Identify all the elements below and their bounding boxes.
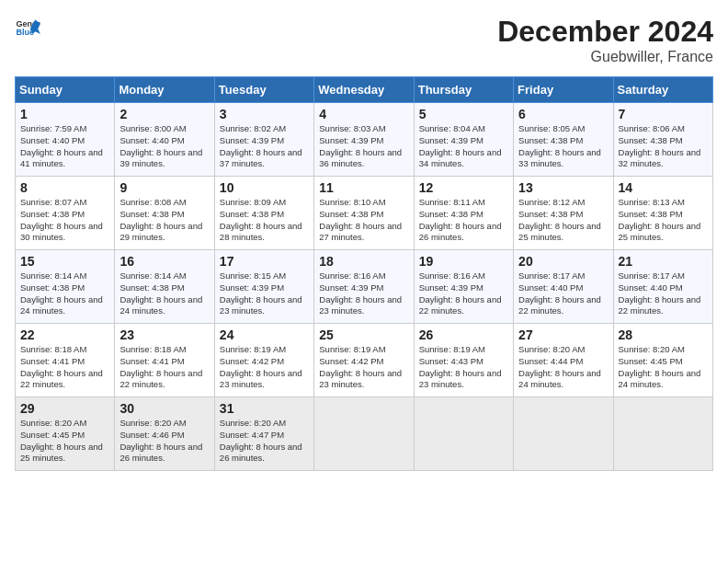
day-number: 2 xyxy=(119,107,209,121)
calendar-table: SundayMondayTuesdayWednesdayThursdayFrid… xyxy=(15,76,713,471)
calendar-day-cell: 26 Sunrise: 8:19 AMSunset: 4:43 PMDaylig… xyxy=(414,324,513,397)
calendar-header-cell: Saturday xyxy=(613,77,712,103)
cell-info: Sunrise: 8:20 AMSunset: 4:45 PMDaylight:… xyxy=(20,418,109,465)
calendar-header-cell: Friday xyxy=(514,77,613,103)
cell-info: Sunrise: 8:07 AMSunset: 4:38 PMDaylight:… xyxy=(20,197,109,244)
calendar-day-cell xyxy=(414,397,513,471)
cell-info: Sunrise: 8:20 AMSunset: 4:45 PMDaylight:… xyxy=(619,344,708,391)
location-subtitle: Guebwiller, France xyxy=(497,49,713,65)
cell-info: Sunrise: 8:18 AMSunset: 4:41 PMDaylight:… xyxy=(20,344,109,391)
day-number: 1 xyxy=(20,107,109,121)
cell-info: Sunrise: 8:17 AMSunset: 4:40 PMDaylight:… xyxy=(619,270,708,317)
cell-info: Sunrise: 8:20 AMSunset: 4:47 PMDaylight:… xyxy=(220,418,309,465)
cell-info: Sunrise: 8:04 AMSunset: 4:39 PMDaylight:… xyxy=(419,123,508,170)
day-number: 22 xyxy=(20,327,109,342)
calendar-header-cell: Wednesday xyxy=(314,77,414,103)
calendar-day-cell: 19 Sunrise: 8:16 AMSunset: 4:39 PMDaylig… xyxy=(414,250,513,324)
calendar-day-cell: 28 Sunrise: 8:20 AMSunset: 4:45 PMDaylig… xyxy=(613,324,712,397)
day-number: 6 xyxy=(518,107,608,121)
calendar-day-cell: 30 Sunrise: 8:20 AMSunset: 4:46 PMDaylig… xyxy=(115,397,214,471)
cell-info: Sunrise: 8:09 AMSunset: 4:38 PMDaylight:… xyxy=(220,197,309,244)
day-number: 26 xyxy=(419,327,508,342)
day-number: 14 xyxy=(619,180,708,195)
calendar-day-cell: 22 Sunrise: 8:18 AMSunset: 4:41 PMDaylig… xyxy=(16,324,115,397)
cell-info: Sunrise: 8:19 AMSunset: 4:42 PMDaylight:… xyxy=(319,344,408,391)
cell-info: Sunrise: 8:08 AMSunset: 4:38 PMDaylight:… xyxy=(119,197,209,244)
calendar-day-cell: 8 Sunrise: 8:07 AMSunset: 4:38 PMDayligh… xyxy=(16,177,115,250)
cell-info: Sunrise: 8:15 AMSunset: 4:39 PMDaylight:… xyxy=(220,270,309,317)
calendar-day-cell xyxy=(613,397,712,471)
day-number: 12 xyxy=(419,180,508,195)
cell-info: Sunrise: 8:06 AMSunset: 4:38 PMDaylight:… xyxy=(619,123,708,170)
calendar-day-cell: 16 Sunrise: 8:14 AMSunset: 4:38 PMDaylig… xyxy=(115,250,214,324)
calendar-day-cell xyxy=(514,397,613,471)
calendar-header-row: SundayMondayTuesdayWednesdayThursdayFrid… xyxy=(16,77,713,103)
cell-info: Sunrise: 8:12 AMSunset: 4:38 PMDaylight:… xyxy=(518,197,608,244)
day-number: 7 xyxy=(619,107,708,121)
day-number: 31 xyxy=(220,401,309,416)
cell-info: Sunrise: 8:19 AMSunset: 4:43 PMDaylight:… xyxy=(419,344,508,391)
calendar-header-cell: Sunday xyxy=(16,77,115,103)
cell-info: Sunrise: 8:18 AMSunset: 4:41 PMDaylight:… xyxy=(119,344,209,391)
calendar-day-cell: 21 Sunrise: 8:17 AMSunset: 4:40 PMDaylig… xyxy=(613,250,712,324)
day-number: 5 xyxy=(419,107,508,121)
day-number: 23 xyxy=(119,327,209,342)
cell-info: Sunrise: 8:20 AMSunset: 4:46 PMDaylight:… xyxy=(119,418,209,465)
day-number: 17 xyxy=(220,254,309,269)
day-number: 13 xyxy=(518,180,608,195)
day-number: 30 xyxy=(119,401,209,416)
day-number: 8 xyxy=(20,180,109,195)
calendar-week-row: 29 Sunrise: 8:20 AMSunset: 4:45 PMDaylig… xyxy=(16,397,713,471)
cell-info: Sunrise: 8:05 AMSunset: 4:38 PMDaylight:… xyxy=(518,123,608,170)
logo-icon: General Blue xyxy=(15,15,40,40)
cell-info: Sunrise: 8:17 AMSunset: 4:40 PMDaylight:… xyxy=(518,270,608,317)
day-number: 18 xyxy=(319,254,408,269)
calendar-day-cell: 17 Sunrise: 8:15 AMSunset: 4:39 PMDaylig… xyxy=(214,250,313,324)
calendar-day-cell: 29 Sunrise: 8:20 AMSunset: 4:45 PMDaylig… xyxy=(16,397,115,471)
cell-info: Sunrise: 8:03 AMSunset: 4:39 PMDaylight:… xyxy=(319,123,408,170)
day-number: 19 xyxy=(419,254,508,269)
calendar-day-cell: 25 Sunrise: 8:19 AMSunset: 4:42 PMDaylig… xyxy=(314,324,414,397)
cell-info: Sunrise: 8:16 AMSunset: 4:39 PMDaylight:… xyxy=(319,270,408,317)
cell-info: Sunrise: 8:16 AMSunset: 4:39 PMDaylight:… xyxy=(419,270,508,317)
day-number: 9 xyxy=(119,180,209,195)
day-number: 21 xyxy=(619,254,708,269)
calendar-week-row: 22 Sunrise: 8:18 AMSunset: 4:41 PMDaylig… xyxy=(16,324,713,397)
day-number: 29 xyxy=(20,401,109,416)
calendar-header-cell: Monday xyxy=(115,77,214,103)
calendar-day-cell: 3 Sunrise: 8:02 AMSunset: 4:39 PMDayligh… xyxy=(214,103,313,177)
calendar-day-cell: 11 Sunrise: 8:10 AMSunset: 4:38 PMDaylig… xyxy=(314,177,414,250)
calendar-day-cell: 5 Sunrise: 8:04 AMSunset: 4:39 PMDayligh… xyxy=(414,103,513,177)
day-number: 28 xyxy=(619,327,708,342)
calendar-day-cell: 7 Sunrise: 8:06 AMSunset: 4:38 PMDayligh… xyxy=(613,103,712,177)
cell-info: Sunrise: 8:20 AMSunset: 4:44 PMDaylight:… xyxy=(518,344,608,391)
day-number: 16 xyxy=(119,254,209,269)
calendar-day-cell: 9 Sunrise: 8:08 AMSunset: 4:38 PMDayligh… xyxy=(115,177,214,250)
day-number: 27 xyxy=(518,327,608,342)
title-area: December 2024 Guebwiller, France xyxy=(497,15,713,65)
calendar-day-cell: 1 Sunrise: 7:59 AMSunset: 4:40 PMDayligh… xyxy=(16,103,115,177)
calendar-day-cell: 23 Sunrise: 8:18 AMSunset: 4:41 PMDaylig… xyxy=(115,324,214,397)
cell-info: Sunrise: 7:59 AMSunset: 4:40 PMDaylight:… xyxy=(20,123,109,170)
cell-info: Sunrise: 8:14 AMSunset: 4:38 PMDaylight:… xyxy=(20,270,109,317)
calendar-day-cell xyxy=(314,397,414,471)
logo: General Blue xyxy=(15,15,40,40)
cell-info: Sunrise: 8:13 AMSunset: 4:38 PMDaylight:… xyxy=(619,197,708,244)
calendar-day-cell: 14 Sunrise: 8:13 AMSunset: 4:38 PMDaylig… xyxy=(613,177,712,250)
calendar-day-cell: 20 Sunrise: 8:17 AMSunset: 4:40 PMDaylig… xyxy=(514,250,613,324)
day-number: 24 xyxy=(220,327,309,342)
calendar-day-cell: 31 Sunrise: 8:20 AMSunset: 4:47 PMDaylig… xyxy=(214,397,313,471)
cell-info: Sunrise: 8:14 AMSunset: 4:38 PMDaylight:… xyxy=(119,270,209,317)
cell-info: Sunrise: 8:11 AMSunset: 4:38 PMDaylight:… xyxy=(419,197,508,244)
day-number: 25 xyxy=(319,327,408,342)
day-number: 4 xyxy=(319,107,408,121)
cell-info: Sunrise: 8:00 AMSunset: 4:40 PMDaylight:… xyxy=(119,123,209,170)
calendar-day-cell: 13 Sunrise: 8:12 AMSunset: 4:38 PMDaylig… xyxy=(514,177,613,250)
day-number: 15 xyxy=(20,254,109,269)
day-number: 20 xyxy=(518,254,608,269)
cell-info: Sunrise: 8:02 AMSunset: 4:39 PMDaylight:… xyxy=(220,123,309,170)
calendar-day-cell: 15 Sunrise: 8:14 AMSunset: 4:38 PMDaylig… xyxy=(16,250,115,324)
calendar-header-cell: Thursday xyxy=(414,77,513,103)
day-number: 11 xyxy=(319,180,408,195)
calendar-day-cell: 12 Sunrise: 8:11 AMSunset: 4:38 PMDaylig… xyxy=(414,177,513,250)
